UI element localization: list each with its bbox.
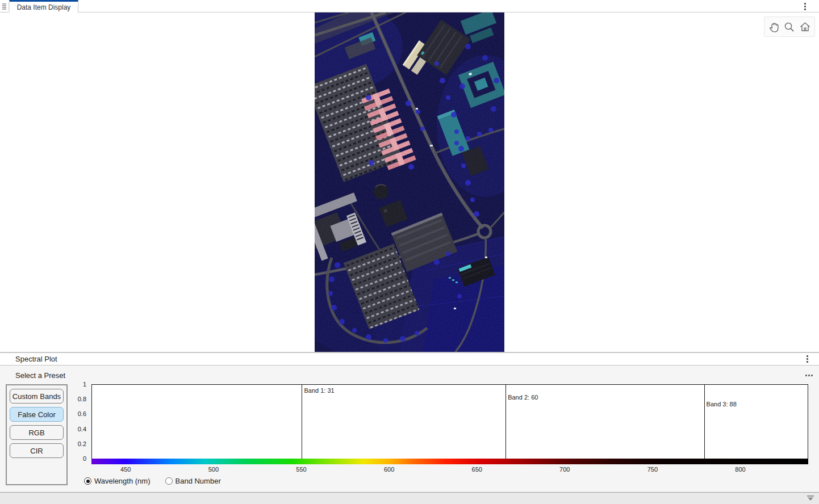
wavelength-radio-option[interactable]: Wavelength (nm)	[84, 477, 151, 485]
list-icon	[1, 2, 9, 11]
band-marker-label: Band 3: 88	[704, 401, 737, 408]
x-tick-label: 800	[735, 466, 745, 473]
spectral-plot-panel: Select a Preset Custom Bands False Color…	[0, 366, 819, 492]
plot-more-options-button[interactable]	[805, 375, 807, 376]
x-tick-label: 700	[559, 466, 570, 473]
pan-hand-icon	[767, 20, 780, 33]
collapse-down-icon	[807, 495, 814, 502]
preset-custom-bands-button[interactable]: Custom Bands	[10, 389, 64, 404]
spectral-overflow-button[interactable]	[804, 355, 811, 364]
status-bar	[0, 492, 819, 504]
band-marker-line[interactable]: Band 3: 88	[704, 385, 705, 459]
x-tick-label: 750	[647, 466, 658, 473]
radio-label: Wavelength (nm)	[94, 477, 151, 485]
x-tick-label: 650	[472, 466, 482, 473]
spectral-plot-title: Spectral Plot	[15, 353, 57, 365]
x-tick-label: 500	[208, 466, 219, 473]
band-marker-label: Band 2: 60	[505, 394, 538, 401]
y-tick-label: 0.8	[78, 396, 86, 402]
preset-button-label: CIR	[30, 447, 43, 455]
y-tick-label: 1	[83, 381, 86, 388]
x-tick-label: 600	[384, 466, 394, 473]
tab-overflow-button[interactable]	[802, 2, 809, 11]
band-marker-label: Band 1: 31	[302, 387, 334, 394]
band-marker-line[interactable]: Band 1: 31	[302, 385, 302, 459]
data-item-display-area	[0, 12, 819, 352]
tab-list-button[interactable]	[1, 2, 9, 11]
vertical-ellipsis-icon	[804, 3, 806, 5]
y-tick-label: 0	[83, 455, 86, 462]
preset-button-label: False Color	[18, 410, 55, 419]
vertical-ellipsis-icon	[807, 355, 808, 357]
y-tick-label: 0.6	[78, 410, 86, 417]
spectral-plot-header: Spectral Plot	[0, 352, 819, 366]
band-number-radio-option[interactable]: Band Number	[165, 477, 221, 485]
tab-bar: Data Item Display	[0, 0, 819, 12]
tab-data-item-display[interactable]: Data Item Display	[9, 0, 78, 12]
home-tool-button[interactable]	[798, 20, 812, 34]
tab-label: Data Item Display	[17, 3, 71, 11]
x-tick-row: 450500550600650700750800	[91, 466, 807, 474]
spectral-plot-area[interactable]: Band 1: 31Band 2: 60Band 3: 88	[91, 384, 808, 460]
zoom-tool-button[interactable]	[782, 20, 796, 34]
radio-label: Band Number	[176, 477, 221, 485]
axes-toolbar	[764, 16, 815, 37]
pan-tool-button[interactable]	[767, 20, 781, 34]
preset-rgb-button[interactable]: RGB	[10, 425, 64, 440]
preset-button-label: RGB	[28, 429, 44, 437]
collapse-panel-button[interactable]	[807, 495, 814, 502]
x-tick-label: 550	[296, 466, 306, 473]
select-preset-label: Select a Preset	[15, 371, 65, 380]
preset-cir-button[interactable]: CIR	[10, 443, 64, 458]
preset-button-group: Custom Bands False Color RGB CIR	[6, 384, 68, 485]
spectrum-colorbar	[91, 459, 808, 464]
home-icon	[799, 20, 812, 33]
zoom-magnifier-icon	[783, 20, 796, 33]
y-tick-label: 0.2	[78, 440, 86, 447]
y-tick-label: 0.4	[78, 426, 86, 432]
x-tick-label: 450	[120, 466, 131, 473]
hyperspectral-false-color-image[interactable]	[315, 12, 504, 352]
radio-button[interactable]	[84, 477, 91, 485]
y-tick-column: 00.20.40.60.81	[72, 384, 89, 459]
preset-false-color-button[interactable]: False Color	[10, 407, 64, 422]
x-axis-unit-selector: Wavelength (nm) Band Number	[84, 477, 221, 485]
preset-button-label: Custom Bands	[12, 392, 61, 401]
radio-button[interactable]	[165, 477, 173, 485]
band-marker-line[interactable]: Band 2: 60	[505, 385, 506, 459]
